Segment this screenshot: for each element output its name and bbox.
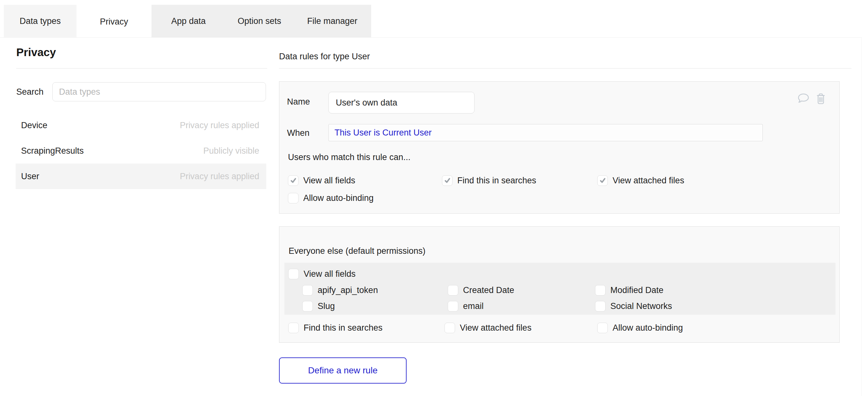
when-condition-input[interactable]: This User is Current User (329, 124, 763, 141)
checkbox-label: Find this in searches (304, 323, 383, 333)
field-modified-date[interactable]: Modified Date (595, 284, 663, 296)
checkbox-label: Modified Date (610, 285, 663, 295)
data-type-row-scrapingresults[interactable]: ScrapingResults Publicly visible (16, 138, 266, 163)
checkbox-label: Allow auto-binding (613, 323, 683, 333)
when-label: When (287, 128, 310, 138)
tab-data-types-label: Data types (20, 16, 61, 26)
rule-name-input[interactable] (329, 92, 474, 114)
data-rules-header-divider (279, 68, 851, 68)
view-all-fields-checkbox[interactable] (288, 175, 299, 186)
delete-rule-button[interactable] (814, 92, 828, 106)
search-label: Search (16, 82, 44, 101)
tab-app-data-label: App data (171, 16, 206, 26)
tab-app-data[interactable]: App data (152, 5, 225, 37)
checkbox-label: Slug (318, 301, 335, 311)
data-type-status: Privacy rules applied (180, 172, 259, 181)
view-attached-files-checkbox[interactable] (597, 175, 608, 186)
tab-option-sets[interactable]: Option sets (225, 5, 293, 37)
perm-allow-auto-binding[interactable]: Allow auto-binding (288, 192, 374, 204)
email-checkbox[interactable] (448, 301, 458, 311)
find-in-searches-checkbox[interactable] (442, 175, 453, 186)
default-allow-auto-binding[interactable]: Allow auto-binding (597, 322, 683, 334)
data-rules-header: Data rules for type User (279, 52, 370, 62)
name-label: Name (287, 97, 310, 107)
checkbox-label: Allow auto-binding (303, 193, 374, 203)
apify-api-token-checkbox[interactable] (302, 285, 313, 296)
checkbox-label: View attached files (613, 176, 684, 186)
default-view-attached-files[interactable]: View attached files (444, 322, 532, 334)
sidebar-title-divider (16, 68, 267, 68)
data-type-name: Device (21, 121, 48, 130)
default-view-all-fields[interactable]: View all fields (288, 268, 355, 280)
checkbox-label: Created Date (463, 285, 514, 295)
data-type-name: User (21, 172, 39, 181)
check-icon (599, 177, 606, 184)
default-find-in-searches-checkbox[interactable] (288, 323, 299, 333)
field-email[interactable]: email (448, 300, 484, 312)
checkbox-label: email (463, 301, 484, 311)
tab-privacy[interactable]: Privacy (76, 5, 152, 38)
data-type-status: Publicly visible (203, 146, 259, 156)
comment-icon (797, 93, 810, 104)
rule-subtitle: Users who match this rule can... (288, 152, 410, 162)
checkbox-label: Find this in searches (457, 176, 536, 186)
default-permissions-title: Everyone else (default permissions) (288, 246, 425, 256)
editor-tab-bar: Data types Privacy App data Option sets … (4, 5, 371, 37)
rule-card-actions (797, 92, 828, 106)
tab-file-manager[interactable]: File manager (293, 5, 371, 37)
data-type-row-user[interactable]: User Privacy rules applied (16, 163, 266, 189)
slug-checkbox[interactable] (302, 301, 313, 311)
default-find-in-searches[interactable]: Find this in searches (288, 322, 383, 334)
page-title: Privacy (16, 46, 56, 59)
tab-data-types[interactable]: Data types (4, 5, 76, 37)
tab-file-manager-label: File manager (307, 16, 358, 26)
checkbox-label: apify_api_token (318, 285, 378, 295)
content-right-hairline (861, 37, 862, 396)
checkbox-label: View all fields (303, 176, 355, 186)
define-new-rule-button[interactable]: Define a new rule (279, 358, 407, 384)
tab-option-sets-label: Option sets (238, 16, 281, 26)
check-icon (290, 177, 297, 184)
define-new-rule-label: Define a new rule (308, 365, 377, 375)
trash-icon (815, 93, 827, 105)
default-view-all-fields-checkbox[interactable] (288, 269, 299, 279)
social-networks-checkbox[interactable] (595, 301, 606, 311)
field-slug[interactable]: Slug (302, 300, 335, 312)
created-date-checkbox[interactable] (448, 285, 458, 296)
checkbox-label: View attached files (460, 323, 532, 333)
default-allow-auto-binding-checkbox[interactable] (597, 323, 608, 333)
field-created-date[interactable]: Created Date (448, 284, 514, 296)
perm-view-attached-files[interactable]: View attached files (597, 174, 684, 186)
comment-button[interactable] (797, 92, 811, 106)
search-input[interactable] (52, 82, 266, 101)
modified-date-checkbox[interactable] (595, 285, 606, 296)
perm-view-all-fields[interactable]: View all fields (288, 174, 355, 186)
data-type-status: Privacy rules applied (180, 121, 259, 130)
perm-find-in-searches[interactable]: Find this in searches (442, 174, 536, 186)
tab-privacy-label: Privacy (100, 17, 128, 27)
data-type-name: ScrapingResults (21, 146, 84, 156)
checkbox-label: View all fields (304, 269, 355, 279)
checkbox-label: Social Networks (610, 301, 672, 311)
when-condition-value: This User is Current User (335, 128, 432, 138)
allow-auto-binding-checkbox[interactable] (288, 193, 299, 204)
data-type-row-device[interactable]: Device Privacy rules applied (16, 113, 266, 138)
field-social-networks[interactable]: Social Networks (595, 300, 672, 312)
field-apify-api-token[interactable]: apify_api_token (302, 284, 378, 296)
tab-bar-underline (0, 37, 862, 38)
check-icon (444, 177, 451, 184)
default-view-attached-files-checkbox[interactable] (444, 323, 455, 333)
